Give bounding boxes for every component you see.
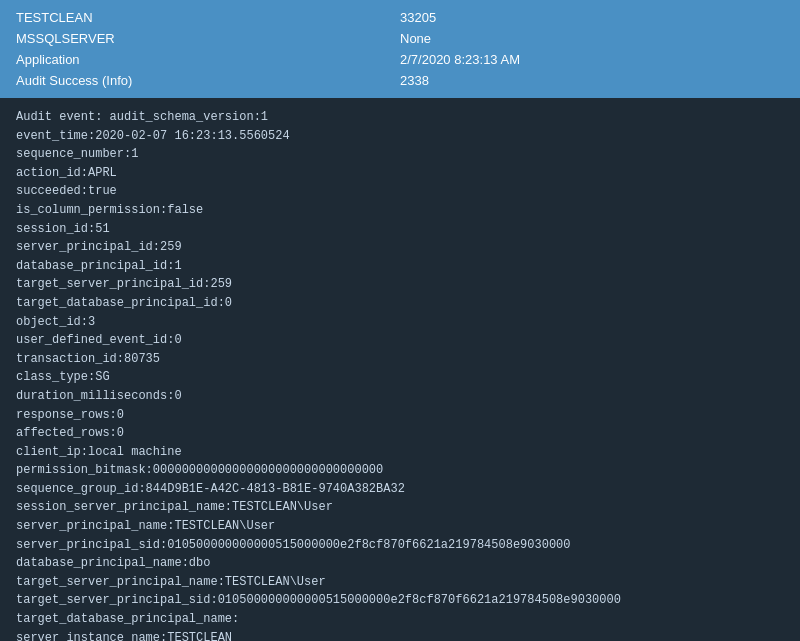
header-col2-row4: 2338 xyxy=(400,71,784,90)
content-area: Audit event: audit_schema_version:1 even… xyxy=(0,98,800,641)
header-col1-row4: Audit Success (Info) xyxy=(16,71,400,90)
header-col2-row3: 2/7/2020 8:23:13 AM xyxy=(400,50,784,69)
header-col1-row1: TESTCLEAN xyxy=(16,8,400,27)
header-col2-row2: None xyxy=(400,29,784,48)
header-col2-row1: 33205 xyxy=(400,8,784,27)
header-col1-row3: Application xyxy=(16,50,400,69)
header-col1-row2: MSSQLSERVER xyxy=(16,29,400,48)
header-section: TESTCLEAN 33205 MSSQLSERVER None Applica… xyxy=(0,0,800,98)
